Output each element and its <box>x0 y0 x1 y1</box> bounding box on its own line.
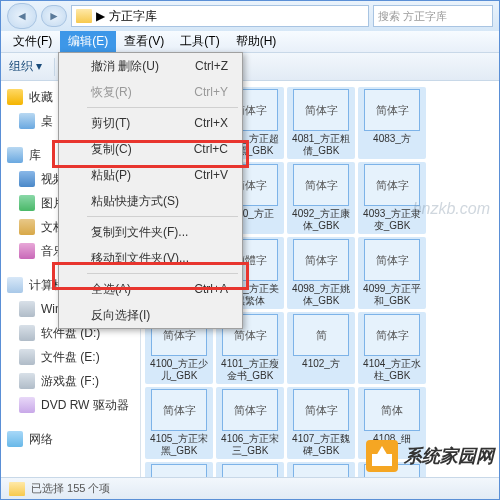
picture-icon <box>19 195 35 211</box>
nav-forward-button[interactable]: ► <box>41 5 67 27</box>
titlebar: ◄ ► ▶ 方正字库 搜索 方正字库 <box>1 1 499 31</box>
file-thumbnail: 简体字 <box>293 164 349 206</box>
document-icon <box>19 219 35 235</box>
tool-organize[interactable]: 组织 ▾ <box>9 58 42 75</box>
menu-redo[interactable]: 恢复(R)Ctrl+Y <box>59 79 242 105</box>
menu-view[interactable]: 查看(V) <box>116 31 172 52</box>
separator <box>87 216 238 217</box>
file-item[interactable]: 简体字4107_方正魏碑_GBK <box>287 387 355 459</box>
star-icon <box>7 89 23 105</box>
file-item[interactable]: 简体字 <box>145 462 213 477</box>
menu-file[interactable]: 文件(F) <box>5 31 60 52</box>
file-name: 4098_方正姚体_GBK <box>289 283 353 307</box>
file-thumbnail: 简体字 <box>293 89 349 131</box>
desktop-icon <box>19 113 35 129</box>
file-item[interactable]: 简体字4081_方正粗倩_GBK <box>287 87 355 159</box>
search-placeholder: 搜索 方正字库 <box>378 9 447 24</box>
separator <box>54 58 55 76</box>
file-thumbnail: 简体字 <box>293 239 349 281</box>
folder-icon <box>9 482 25 496</box>
drive-icon <box>19 301 35 317</box>
video-icon <box>19 171 35 187</box>
file-name: 4104_方正水柱_GBK <box>360 358 424 382</box>
file-thumbnail: 简体字 <box>293 464 349 477</box>
search-input[interactable]: 搜索 方正字库 <box>373 5 493 27</box>
file-item[interactable]: 简体字4106_方正宋三_GBK <box>216 387 284 459</box>
drive-icon <box>19 349 35 365</box>
file-name: 4093_方正隶变_GBK <box>360 208 424 232</box>
file-item[interactable]: 简体字4098_方正姚体_GBK <box>287 237 355 309</box>
site-logo: 系统家园网 <box>366 440 494 472</box>
file-thumbnail: 简体字 <box>151 464 207 477</box>
edit-menu-dropdown: 撤消 删除(U)Ctrl+Z 恢复(R)Ctrl+Y 剪切(T)Ctrl+X 复… <box>58 52 243 329</box>
file-name: 4106_方正宋三_GBK <box>218 433 282 457</box>
sidebar-dvd[interactable]: DVD RW 驱动器 <box>1 393 140 417</box>
path-sep: ▶ <box>96 9 105 23</box>
network-icon <box>7 431 23 447</box>
menu-help[interactable]: 帮助(H) <box>228 31 285 52</box>
file-name: 4105_方正宋黑_GBK <box>147 433 211 457</box>
menu-undo[interactable]: 撤消 删除(U)Ctrl+Z <box>59 53 242 79</box>
menu-copy-to[interactable]: 复制到文件夹(F)... <box>59 219 242 245</box>
drive-icon <box>19 325 35 341</box>
menu-tools[interactable]: 工具(T) <box>172 31 227 52</box>
menu-select-all[interactable]: 全选(A)Ctrl+A <box>59 276 242 302</box>
file-item[interactable]: 简体字4093_方正隶变_GBK <box>358 162 426 234</box>
file-thumbnail: 简体字 <box>364 89 420 131</box>
sidebar-drive-f[interactable]: 游戏盘 (F:) <box>1 369 140 393</box>
file-item[interactable]: 简体字4092_方正康体_GBK <box>287 162 355 234</box>
logo-text: 系统家园网 <box>404 444 494 468</box>
file-item[interactable]: 简体字 <box>216 462 284 477</box>
file-thumbnail: 简体字 <box>222 389 278 431</box>
file-thumbnail: 简体字 <box>293 389 349 431</box>
file-thumbnail: 简体 <box>364 389 420 431</box>
house-icon <box>366 440 398 472</box>
file-name: 4100_方正少儿_GBK <box>147 358 211 382</box>
path-folder: 方正字库 <box>109 8 157 25</box>
file-thumbnail: 简体字 <box>364 239 420 281</box>
file-thumbnail: 简 <box>293 314 349 356</box>
menu-invert-selection[interactable]: 反向选择(I) <box>59 302 242 328</box>
file-name: 4081_方正粗倩_GBK <box>289 133 353 157</box>
menu-edit[interactable]: 编辑(E) <box>60 31 116 52</box>
file-item[interactable]: 简4102_方 <box>287 312 355 384</box>
separator <box>87 273 238 274</box>
file-name: 4099_方正平和_GBK <box>360 283 424 307</box>
file-item[interactable]: 简体字 <box>287 462 355 477</box>
folder-icon <box>76 9 92 23</box>
dvd-icon <box>19 397 35 413</box>
file-name: 4083_方 <box>373 133 411 145</box>
sidebar-drive-e[interactable]: 文件盘 (E:) <box>1 345 140 369</box>
menu-cut[interactable]: 剪切(T)Ctrl+X <box>59 110 242 136</box>
menu-copy[interactable]: 复制(C)Ctrl+C <box>59 136 242 162</box>
file-name: 4102_方 <box>302 358 340 370</box>
separator <box>87 107 238 108</box>
file-name: 4101_方正瘦金书_GBK <box>218 358 282 382</box>
menu-paste[interactable]: 粘贴(P)Ctrl+V <box>59 162 242 188</box>
file-thumbnail: 简体字 <box>222 464 278 477</box>
menu-paste-shortcut[interactable]: 粘贴快捷方式(S) <box>59 188 242 214</box>
sidebar-network[interactable]: 网络 <box>1 427 140 451</box>
menu-move-to[interactable]: 移动到文件夹(V)... <box>59 245 242 271</box>
file-name: 4092_方正康体_GBK <box>289 208 353 232</box>
nav-back-button[interactable]: ◄ <box>7 3 37 29</box>
menubar: 文件(F) 编辑(E) 查看(V) 工具(T) 帮助(H) <box>1 31 499 53</box>
file-item[interactable]: 简体字4105_方正宋黑_GBK <box>145 387 213 459</box>
file-item[interactable]: 简体字4099_方正平和_GBK <box>358 237 426 309</box>
music-icon <box>19 243 35 259</box>
address-bar[interactable]: ▶ 方正字库 <box>71 5 369 27</box>
status-text: 已选择 155 个项 <box>31 481 110 496</box>
drive-icon <box>19 373 35 389</box>
status-bar: 已选择 155 个项 <box>1 477 499 499</box>
computer-icon <box>7 277 23 293</box>
file-thumbnail: 简体字 <box>364 314 420 356</box>
file-thumbnail: 简体字 <box>364 164 420 206</box>
file-name: 4107_方正魏碑_GBK <box>289 433 353 457</box>
library-icon <box>7 147 23 163</box>
file-thumbnail: 简体字 <box>151 389 207 431</box>
file-item[interactable]: 简体字4104_方正水柱_GBK <box>358 312 426 384</box>
file-item[interactable]: 简体字4083_方 <box>358 87 426 159</box>
